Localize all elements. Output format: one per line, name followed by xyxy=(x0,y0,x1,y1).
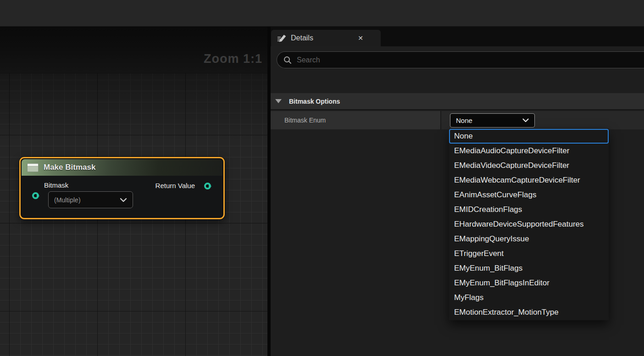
dropdown-option[interactable]: ETriggerEvent xyxy=(449,246,609,261)
enum-dropdown-list: NoneEMediaAudioCaptureDeviceFilterEMedia… xyxy=(449,128,609,320)
details-icon xyxy=(277,33,287,43)
graph-top-shade xyxy=(0,27,267,73)
bitmask-input-pin[interactable] xyxy=(32,192,39,199)
bitmask-enum-value: None xyxy=(456,117,472,124)
zoom-level-indicator: Zoom 1:1 xyxy=(204,52,262,66)
search-input[interactable]: Search xyxy=(277,51,644,68)
chevron-down-icon xyxy=(120,198,127,202)
dropdown-option[interactable]: EMediaVideoCaptureDeviceFilter xyxy=(449,158,609,173)
details-tab-title: Details xyxy=(291,34,313,42)
dropdown-option[interactable]: EMotionExtractor_MotionType xyxy=(449,305,609,320)
dropdown-option[interactable]: EMyEnum_BitFlags xyxy=(449,261,609,276)
dropdown-option[interactable]: EMediaWebcamCaptureDeviceFilter xyxy=(449,173,609,188)
node-body-surface: Make Bitmask Bitmask (Multiple) Return V… xyxy=(22,159,222,217)
bitmask-value-dropdown[interactable]: (Multiple) xyxy=(48,191,133,208)
details-tab-bar: Details ✕ xyxy=(271,27,644,46)
node-header[interactable]: Make Bitmask xyxy=(22,159,222,176)
unreal-editor-window: Zoom 1:1 Make Bitmask Bitmask (Multiple) xyxy=(0,0,644,356)
property-name-column: Bitmask Enum xyxy=(271,111,440,129)
chevron-down-icon xyxy=(522,118,529,122)
input-pin-label: Bitmask xyxy=(44,181,68,189)
panel-splitter[interactable] xyxy=(267,27,271,356)
return-value-pin[interactable] xyxy=(204,183,211,189)
dropdown-option[interactable]: EMIDCreationFlags xyxy=(449,202,609,217)
blueprint-graph-panel[interactable]: Zoom 1:1 Make Bitmask Bitmask (Multiple) xyxy=(0,27,267,356)
bitmask-enum-dropdown[interactable]: None xyxy=(450,113,535,128)
dropdown-option[interactable]: MyFlags xyxy=(449,290,609,305)
category-bitmask-options[interactable]: Bitmask Options xyxy=(271,93,644,110)
editor-top-bar xyxy=(0,0,644,27)
bitmask-value-text: (Multiple) xyxy=(54,196,81,204)
property-label: Bitmask Enum xyxy=(284,117,326,124)
output-pin-label: Return Value xyxy=(155,182,195,189)
details-tab[interactable]: Details ✕ xyxy=(271,30,381,46)
make-bitmask-node[interactable]: Make Bitmask Bitmask (Multiple) Return V… xyxy=(19,157,225,219)
dropdown-option[interactable]: None xyxy=(449,129,609,144)
dropdown-option[interactable]: EAnimAssetCurveFlags xyxy=(449,188,609,202)
make-struct-icon xyxy=(27,163,39,172)
close-icon[interactable]: ✕ xyxy=(358,34,363,42)
details-panel: Details ✕ Search Bitmask Options xyxy=(271,27,644,356)
search-placeholder: Search xyxy=(297,56,320,64)
property-value-column: None xyxy=(441,111,644,129)
expand-arrow-icon[interactable] xyxy=(275,99,282,103)
node-title: Make Bitmask xyxy=(44,163,95,172)
details-body: Search Bitmask Options Bitmask Enum None xyxy=(271,46,644,356)
dropdown-option[interactable]: EHardwareDeviceSupportedFeatures xyxy=(449,217,609,232)
dropdown-option[interactable]: EMappingQueryIssue xyxy=(449,232,609,246)
dropdown-option[interactable]: EMediaAudioCaptureDeviceFilter xyxy=(449,144,609,158)
category-label: Bitmask Options xyxy=(289,98,340,105)
search-icon xyxy=(283,56,292,65)
dropdown-option[interactable]: EMyEnum_BitFlagsInEditor xyxy=(449,276,609,290)
property-row-bitmask-enum: Bitmask Enum None xyxy=(271,111,644,129)
